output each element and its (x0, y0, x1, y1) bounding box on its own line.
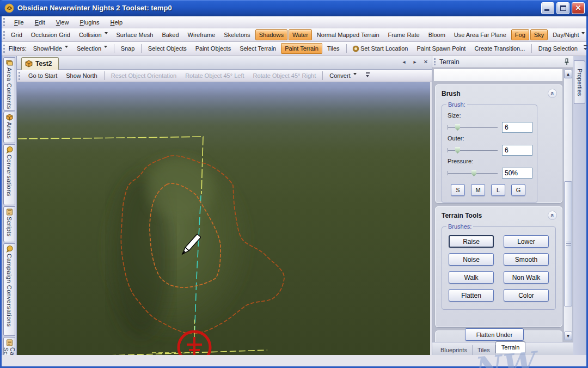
filter-show-hide[interactable]: Show/Hide (29, 43, 72, 54)
title-bar[interactable]: Obsidian Neverwinter Nights 2 Toolset: t… (0, 0, 588, 16)
menu-edit[interactable]: Edit (29, 17, 51, 27)
toggle-grid[interactable]: Grid (7, 29, 26, 40)
select-objects-button[interactable]: Select Objects (144, 43, 191, 54)
close-button[interactable]: ✕ (572, 2, 585, 14)
brush-size-slider[interactable] (448, 124, 498, 131)
panel-grip[interactable] (434, 58, 438, 65)
menu-view[interactable]: View (51, 17, 75, 27)
lower-brush-button[interactable]: Lower (504, 235, 549, 248)
scroll-icon (6, 339, 13, 346)
filter-selection[interactable]: Selection (73, 43, 111, 54)
minimize-button[interactable] (541, 2, 554, 14)
scroll-up-icon[interactable]: ▲ (564, 70, 572, 78)
walk-brush-button[interactable]: Walk (449, 271, 494, 284)
terrain-tools-title: Terrain Tools (442, 212, 482, 219)
toggle-skeletons[interactable]: Skeletons (220, 29, 254, 40)
terrain-viewport[interactable] (17, 82, 430, 355)
brush-pressure-slider[interactable] (448, 169, 498, 177)
toolbar-grip[interactable] (3, 18, 7, 26)
menu-plugins[interactable]: Plugins (74, 17, 105, 27)
document-tab-test2[interactable]: Test2 (21, 57, 59, 70)
toggle-water[interactable]: Water (289, 29, 312, 40)
menu-bar: File Edit View Plugins Help (2, 16, 586, 28)
create-transition-button[interactable]: Create Transition... (470, 43, 529, 54)
convert-button[interactable]: Convert (326, 70, 360, 81)
flatten-brush-button[interactable]: Flatten (449, 289, 494, 302)
brush-preset-l-button[interactable]: L (491, 184, 505, 196)
toolbar-grip[interactable] (3, 31, 5, 39)
show-north-button[interactable]: Show North (62, 70, 101, 81)
brush-pressure-input[interactable] (502, 168, 532, 179)
brush-preset-s-button[interactable]: S (451, 184, 465, 196)
toggle-fog[interactable]: Fog (511, 29, 529, 40)
brush-outer-input[interactable] (502, 145, 532, 156)
tab-scroll-left-icon[interactable]: ◂ (400, 58, 408, 66)
scroll-down-icon[interactable]: ▼ (564, 332, 572, 340)
window-title: Obsidian Neverwinter Nights 2 Toolset: t… (17, 0, 172, 16)
brush-outer-slider[interactable] (448, 146, 498, 154)
scrollbar-thumb[interactable] (564, 181, 572, 306)
sidebar-tab-area-contents[interactable]: Area Contents (3, 57, 15, 111)
toggle-occlusion-grid[interactable]: Occlusion Grid (27, 29, 74, 40)
tab-tiles[interactable]: Tiles (473, 345, 495, 355)
toolbar-grip[interactable] (19, 72, 22, 80)
brush-size-input[interactable] (502, 122, 532, 133)
tab-scroll-right-icon[interactable]: ▸ (411, 58, 419, 66)
sidebar-tab-conversations[interactable]: Conversations (3, 144, 15, 205)
close-icon: ✕ (572, 3, 584, 14)
snap-button[interactable]: Snap (117, 43, 139, 54)
menu-file[interactable]: File (9, 17, 29, 27)
tiles-button[interactable]: Tiles (323, 43, 344, 54)
collapse-brush-icon[interactable]: « (548, 89, 557, 98)
maximize-button[interactable] (556, 2, 569, 14)
tab-close-icon[interactable]: ✕ (422, 58, 430, 66)
pin-icon[interactable] (564, 58, 569, 65)
separator (104, 71, 105, 80)
set-start-location-button[interactable]: Set Start Location (349, 43, 412, 54)
properties-tab[interactable]: Properties (574, 60, 585, 104)
flatten-under-button[interactable]: Flatten Under (465, 328, 524, 341)
sidebar-tab-campaign-scripts[interactable]: Campaign Scripts (3, 337, 15, 355)
toggle-wireframe[interactable]: Wireframe (184, 29, 219, 40)
tab-blueprints[interactable]: Blueprints (436, 345, 473, 355)
toggle-shadows[interactable]: Shadows (255, 29, 287, 40)
toggle-frame-rate[interactable]: Frame Rate (384, 29, 424, 40)
terrain-panel-header[interactable]: Terrain (432, 56, 574, 68)
panel-scroll-top-area (434, 69, 562, 81)
rotate-45-right-button: Rotate Object 45° Right (249, 70, 320, 81)
toolbar-overflow-icon[interactable] (364, 71, 372, 81)
menu-help[interactable]: Help (105, 17, 128, 27)
paint-spawn-point-button[interactable]: Paint Spawn Point (413, 43, 469, 54)
toolbar-overflow-icon[interactable] (582, 44, 585, 53)
sidebar-tab-scripts[interactable]: Scripts (3, 206, 15, 242)
sidebar-tab-campaign-conversations[interactable]: Campaign Conversations (3, 243, 15, 336)
toggle-normal-mapped-terrain[interactable]: Normal Mapped Terrain (313, 29, 383, 40)
color-brush-button[interactable]: Color (504, 289, 549, 302)
right-tab-strip: Properties (573, 56, 586, 355)
non-walk-brush-button[interactable]: Non Walk (504, 271, 549, 284)
toggle-day-night[interactable]: Day/Night (549, 29, 588, 40)
toggle-use-area-far-plane[interactable]: Use Area Far Plane (450, 29, 510, 40)
noise-brush-button[interactable]: Noise (449, 253, 494, 266)
toggle-baked[interactable]: Baked (158, 29, 182, 40)
filters-label: Filters: (8, 44, 29, 53)
toolbar-grip[interactable] (3, 45, 6, 53)
tab-terrain[interactable]: Terrain (495, 341, 526, 353)
panel-scrollbar[interactable]: ▲ ▼ (564, 69, 573, 341)
toggle-sky[interactable]: Sky (530, 29, 548, 40)
raise-brush-button[interactable]: Raise (449, 235, 494, 248)
collapse-terrain-tools-icon[interactable]: « (548, 211, 557, 220)
brush-preset-g-button[interactable]: G (511, 184, 525, 196)
sidebar-tab-areas[interactable]: Areas (3, 112, 15, 143)
brush-preset-m-button[interactable]: M (471, 184, 485, 196)
toggle-collision[interactable]: Collision (75, 29, 112, 40)
paint-terrain-button[interactable]: Paint Terrain (281, 43, 322, 54)
smooth-brush-button[interactable]: Smooth (504, 253, 549, 266)
go-to-start-button[interactable]: Go to Start (24, 70, 61, 81)
paint-objects-button[interactable]: Paint Objects (192, 43, 235, 54)
toggle-bloom[interactable]: Bloom (425, 29, 449, 40)
drag-selection-button[interactable]: Drag Selection (535, 43, 581, 54)
toggle-surface-mesh[interactable]: Surface Mesh (113, 29, 157, 40)
brushes-fieldset: Brushes: Raise Lower Noise Smooth Walk N… (442, 223, 556, 310)
select-terrain-button[interactable]: Select Terrain (236, 43, 280, 54)
